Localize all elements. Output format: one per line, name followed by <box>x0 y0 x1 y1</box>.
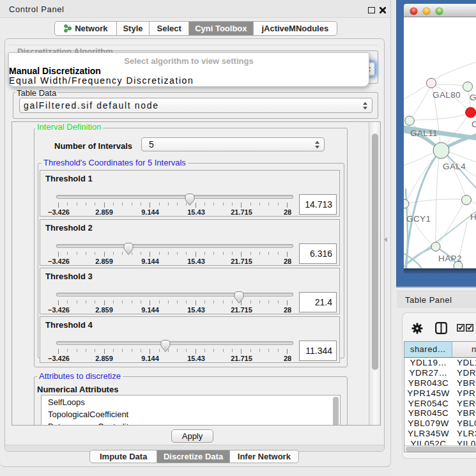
svg-text:GAL80: GAL80 <box>433 90 461 100</box>
svg-text:GA: GA <box>470 93 476 102</box>
svg-text:C: C <box>472 119 476 129</box>
svg-text:GAL11: GAL11 <box>410 128 438 138</box>
svg-text:H: H <box>470 212 476 222</box>
svg-text:GCY1: GCY1 <box>406 214 431 224</box>
svg-text:HAP2: HAP2 <box>438 254 462 263</box>
svg-text:GAL4: GAL4 <box>443 162 466 171</box>
